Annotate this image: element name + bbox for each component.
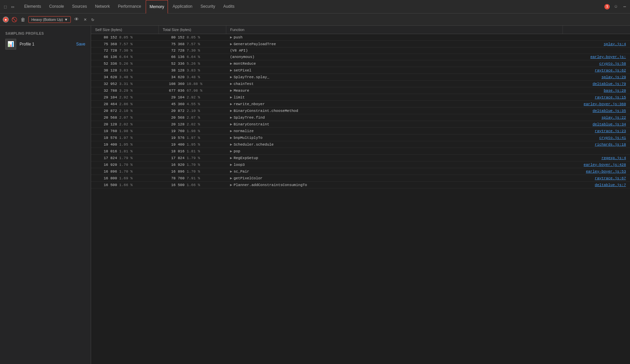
cell-function: ▶Scheduler.schedule (226, 141, 563, 148)
cell-source[interactable]: earley-boyer.js: (563, 54, 630, 60)
data-panel[interactable]: Self Size (bytes) Total Size (bytes) Fun… (91, 26, 630, 364)
cell-total-size: 17 824 1.79 % (159, 155, 226, 161)
cell-function: ▶Measure (226, 87, 563, 94)
nav-icons: ⬚ ▭ (3, 3, 16, 11)
dropdown-label: Heavy (Bottom Up) (31, 18, 63, 22)
record-button[interactable]: ● (3, 17, 9, 23)
cell-source[interactable]: deltablue.js:35 (563, 108, 630, 114)
cell-source[interactable]: splay.js:29 (563, 74, 630, 81)
cell-source[interactable]: base.js:20 (563, 87, 630, 94)
table-row[interactable]: 16 920 1.70 % 16 920 1.70 % ▶loop3 earle… (91, 161, 630, 168)
close-icon[interactable]: ✕ (82, 16, 88, 23)
dropdown-arrow-icon: ▼ (64, 18, 68, 22)
sidebar-section-title: SAMPLING PROFILES (0, 29, 91, 37)
table-row[interactable]: 66 136 6.64 % 66 136 6.64 % (anonymous) … (91, 54, 630, 60)
stop-button[interactable]: 🚫 (11, 16, 18, 23)
reload-icon[interactable]: ↻ (90, 16, 95, 23)
tab-elements[interactable]: Elements (21, 0, 45, 13)
tab-sources[interactable]: Sources (69, 0, 90, 13)
cell-function: (anonymous) (226, 54, 563, 60)
table-row[interactable]: 19 576 1.97 % 19 576 1.97 % ▶bnpMultiply… (91, 134, 630, 141)
table-row[interactable]: 18 016 1.81 % 18 016 1.81 % ▶pop (91, 148, 630, 155)
cell-function: ▶BinaryConstraint.chooseMethod (226, 108, 563, 114)
cell-total-size: 80 152 8.05 % (159, 34, 226, 41)
cell-self-size: 20 872 2.10 % (91, 108, 159, 114)
cell-self-size: 75 368 7.57 % (91, 41, 159, 48)
profile-name: Profile 1 (20, 42, 73, 47)
table-row[interactable]: 19 400 1.95 % 19 400 1.95 % ▶Scheduler.s… (91, 141, 630, 148)
feedback-icon[interactable]: ☺ (613, 3, 619, 10)
table-row[interactable]: 16 800 1.69 % 78 760 7.91 % ▶getPixelCol… (91, 175, 630, 182)
tab-security[interactable]: Security (197, 0, 219, 13)
cell-total-size: 29 104 2.92 % (159, 94, 226, 101)
tab-performance[interactable]: Performance (115, 0, 145, 13)
cell-total-size: 19 760 1.98 % (159, 128, 226, 134)
more-icon[interactable]: ⋯ (622, 3, 627, 11)
cell-source (563, 34, 630, 41)
tab-audits[interactable]: Audits (220, 0, 238, 13)
cell-function: ▶montReduce (226, 60, 563, 67)
table-row[interactable]: 75 368 7.57 % 75 368 7.57 % ▶GeneratePay… (91, 41, 630, 48)
cell-source[interactable]: raytrace.js:15 (563, 94, 630, 101)
table-row[interactable]: 32 788 3.29 % 677 036 67.98 % ▶Measure b… (91, 87, 630, 94)
save-link[interactable]: Save (76, 42, 85, 47)
cell-total-size: 38 128 3.83 % (159, 67, 226, 74)
cell-total-size: 78 760 7.91 % (159, 175, 226, 182)
table-row[interactable]: 38 128 3.83 % 38 128 3.83 % ▶setPixel ra… (91, 67, 630, 74)
cell-total-size: 19 576 1.97 % (159, 134, 226, 141)
table-row[interactable]: 20 568 2.07 % 20 568 2.07 % ▶SplayTree.f… (91, 114, 630, 121)
table-row[interactable]: 29 104 2.92 % 29 104 2.92 % ▶limit raytr… (91, 94, 630, 101)
tab-console[interactable]: Console (46, 0, 67, 13)
tab-application[interactable]: Application (169, 0, 196, 13)
col-header-self-size: Self Size (bytes) (91, 26, 159, 34)
view-dropdown[interactable]: Heavy (Bottom Up) ▼ (28, 16, 71, 23)
cell-source[interactable]: richards.js:18 (563, 141, 630, 148)
cell-source[interactable]: splay.js:22 (563, 114, 630, 121)
table-row[interactable]: 20 128 2.02 % 20 128 2.02 % ▶BinaryConst… (91, 121, 630, 128)
table-row[interactable]: 17 824 1.79 % 17 824 1.79 % ▶RegExpSetup… (91, 155, 630, 161)
table-row[interactable]: 16 500 1.66 % 16 500 1.66 % ▶Planner.add… (91, 182, 630, 188)
cell-source[interactable]: raytrace.js:62 (563, 67, 630, 74)
cell-self-size: 52 336 5.26 % (91, 60, 159, 67)
cell-source[interactable]: crypto.js:58 (563, 60, 630, 67)
table-row[interactable]: 80 152 8.05 % 80 152 8.05 % ▶push (91, 34, 630, 41)
cell-function: ▶SplayTree.find (226, 114, 563, 121)
cell-self-size: 72 728 7.30 % (91, 48, 159, 54)
col-header-function: Function (226, 26, 563, 34)
cell-source[interactable]: earley-boyer.js:360 (563, 101, 630, 108)
table-row[interactable]: 34 620 3.48 % 34 620 3.48 % ▶SplayTree.s… (91, 74, 630, 81)
cell-function: ▶SplayTree.splay_ (226, 74, 563, 81)
table-row[interactable]: 20 872 2.10 % 20 872 2.10 % ▶BinaryConst… (91, 108, 630, 114)
cell-function: ▶bnpMultiplyTo (226, 134, 563, 141)
cell-source[interactable]: deltablue.js:79 (563, 81, 630, 87)
cursor-icon[interactable]: ⬚ (3, 3, 8, 11)
data-table: Self Size (bytes) Total Size (bytes) Fun… (91, 26, 630, 188)
cell-source[interactable]: raytrace.js:23 (563, 128, 630, 134)
table-row[interactable]: 16 896 1.70 % 16 896 1.70 % ▶sc_Pair ear… (91, 168, 630, 175)
table-row[interactable]: 72 728 7.30 % 72 728 7.30 % (V8 API) (91, 48, 630, 54)
eye-icon[interactable]: 👁 (73, 16, 80, 23)
cell-source[interactable]: regexp.js:4 (563, 155, 630, 161)
error-badge: 1 (604, 4, 610, 9)
tab-memory[interactable]: Memory (146, 0, 168, 13)
cell-source[interactable]: deltablue.js:7 (563, 182, 630, 188)
cell-self-size: 29 104 2.92 % (91, 94, 159, 101)
cell-source[interactable]: earley-boyer.js:53 (563, 168, 630, 175)
table-row[interactable]: 19 760 1.98 % 19 760 1.98 % ▶normalize r… (91, 128, 630, 134)
cell-total-size: 16 896 1.70 % (159, 168, 226, 175)
cell-self-size: 20 568 2.07 % (91, 114, 159, 121)
table-row[interactable]: 28 464 2.86 % 45 360 4.55 % ▶rewrite_nbo… (91, 101, 630, 108)
cell-total-size: 66 136 6.64 % (159, 54, 226, 60)
cell-total-size: 20 128 2.02 % (159, 121, 226, 128)
device-icon[interactable]: ▭ (10, 3, 16, 11)
table-row[interactable]: 52 336 5.26 % 52 336 5.26 % ▶montReduce … (91, 60, 630, 67)
tab-network[interactable]: Network (92, 0, 113, 13)
cell-source[interactable]: earley-boyer.js:428 (563, 161, 630, 168)
table-row[interactable]: 32 952 3.31 % 108 360 10.88 % ▶chainTest… (91, 81, 630, 87)
cell-source[interactable]: splay.js:4 (563, 41, 630, 48)
cell-source[interactable]: crypto.js:41 (563, 134, 630, 141)
clear-button[interactable]: 🗑 (20, 16, 26, 23)
cell-source[interactable]: raytrace.js:67 (563, 175, 630, 182)
profile-item[interactable]: 📊 Profile 1 Save (0, 37, 91, 52)
cell-source[interactable]: deltablue.js:34 (563, 121, 630, 128)
